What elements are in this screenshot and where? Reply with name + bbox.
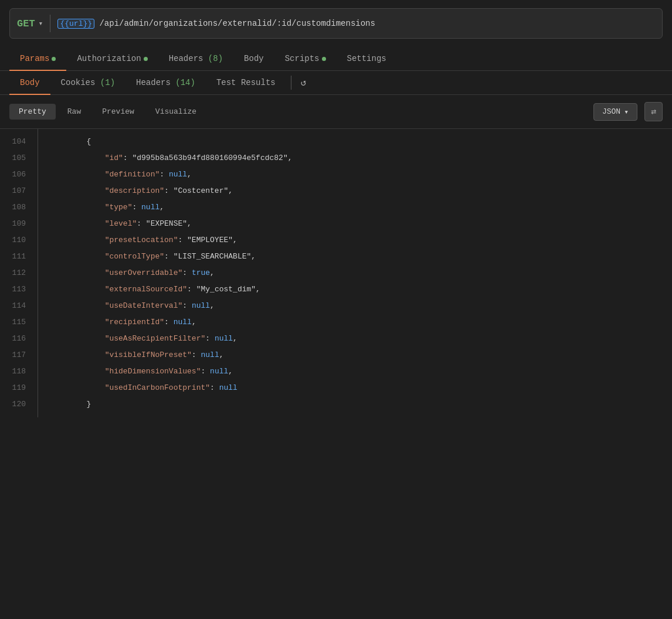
- method-selector[interactable]: GET ▾: [17, 18, 43, 29]
- format-visualize-button[interactable]: Visualize: [146, 104, 206, 120]
- auth-dot: [144, 57, 148, 61]
- code-line: "id": "d995b8a563b94fd880160994e5fcdc82"…: [50, 150, 672, 166]
- url-bar: GET ▾ {{url}} /api/admin/organizations/e…: [9, 8, 663, 39]
- method-label: GET: [17, 18, 35, 29]
- json-format-selector[interactable]: JSON ▾: [593, 103, 637, 121]
- format-raw-button[interactable]: Raw: [58, 104, 90, 120]
- response-tab-test-results[interactable]: Test Results: [206, 71, 286, 94]
- format-bar: Pretty Raw Preview Visualize JSON ▾ ⇄: [0, 95, 672, 129]
- wrap-lines-button[interactable]: ⇄: [644, 102, 663, 121]
- json-chevron-icon: ▾: [624, 107, 629, 117]
- code-line: {: [50, 134, 672, 150]
- tab-settings[interactable]: Settings: [337, 47, 397, 70]
- code-line: "level": "EXPENSE",: [50, 216, 672, 232]
- url-variable: {{url}}: [57, 19, 94, 29]
- code-line: "controlType": "LIST_SEARCHABLE",: [50, 249, 672, 265]
- url-path: /api/admin/organizations/externalid/:id/…: [94, 19, 375, 28]
- code-line: "visibleIfNoPreset": null,: [50, 347, 672, 363]
- code-line: "type": null,: [50, 199, 672, 216]
- primary-tabs: Params Authorization Headers (8) Body Sc…: [0, 47, 672, 71]
- code-area: 1041051061071081091101111121131141151161…: [0, 129, 672, 417]
- tab-params[interactable]: Params: [9, 47, 66, 70]
- response-tab-cookies[interactable]: Cookies (1): [50, 71, 125, 94]
- tab-body[interactable]: Body: [233, 47, 274, 70]
- code-line: "definition": null,: [50, 166, 672, 183]
- response-tabs: Body Cookies (1) Headers (14) Test Resul…: [0, 71, 672, 95]
- code-line: "userOverridable": true,: [50, 265, 672, 281]
- method-chevron-icon: ▾: [39, 19, 43, 28]
- code-line: "presetLocation": "EMPLOYEE",: [50, 232, 672, 249]
- tab-divider: [291, 76, 291, 90]
- format-pretty-button[interactable]: Pretty: [9, 104, 56, 120]
- code-line: "useDateInterval": null,: [50, 298, 672, 314]
- tab-authorization[interactable]: Authorization: [66, 47, 158, 70]
- code-line: "usedInCarbonFootprint": null: [50, 380, 672, 396]
- code-line: "description": "Costcenter",: [50, 183, 672, 199]
- response-tab-body[interactable]: Body: [9, 71, 50, 94]
- code-gutter-line: [38, 129, 38, 417]
- response-tab-headers[interactable]: Headers (14): [125, 71, 206, 94]
- code-content: { "id": "d995b8a563b94fd880160994e5fcdc8…: [45, 129, 672, 417]
- code-line: "externalSourceId": "My_cost_dim",: [50, 281, 672, 298]
- code-line: }: [50, 396, 672, 413]
- code-line: "recipientId": null,: [50, 314, 672, 331]
- tab-headers[interactable]: Headers (8): [158, 47, 233, 70]
- tab-scripts[interactable]: Scripts: [274, 47, 337, 70]
- code-line: "useAsRecipientFilter": null,: [50, 331, 672, 347]
- line-numbers: 1041051061071081091101111121131141151161…: [0, 129, 35, 417]
- url-divider: [50, 15, 50, 32]
- scripts-dot: [322, 57, 326, 61]
- history-icon[interactable]: ↺: [296, 72, 311, 93]
- params-dot: [52, 57, 56, 61]
- format-preview-button[interactable]: Preview: [93, 104, 144, 120]
- code-line: "hideDimensionValues": null,: [50, 363, 672, 380]
- url-display[interactable]: {{url}} /api/admin/organizations/externa…: [57, 19, 375, 28]
